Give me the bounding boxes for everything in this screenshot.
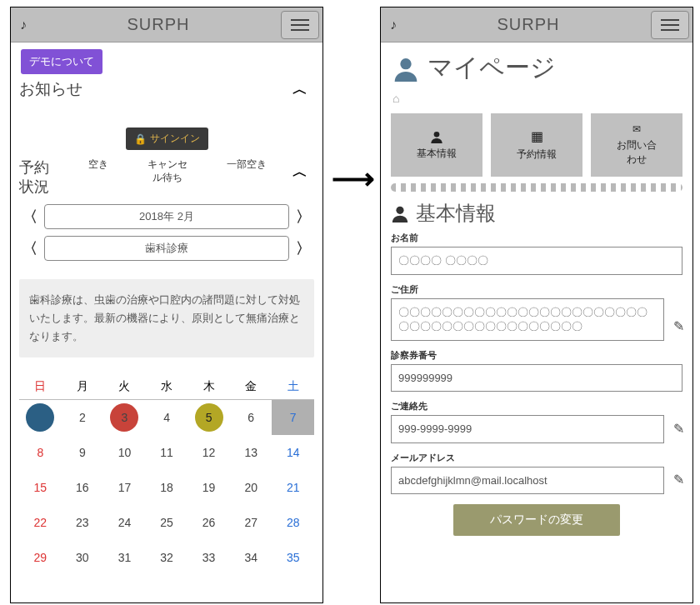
edit-contact-icon[interactable]: ✎ bbox=[673, 421, 684, 437]
weekday-label: 金 bbox=[230, 374, 272, 400]
calendar-day[interactable]: 15 bbox=[19, 470, 62, 505]
card-contact[interactable]: ✉ お問い合わせ bbox=[591, 113, 682, 177]
calendar-day[interactable]: 4 bbox=[146, 400, 188, 435]
calendar-day[interactable]: 33 bbox=[188, 540, 230, 575]
calendar-day[interactable]: 26 bbox=[188, 505, 230, 540]
dept-description: 歯科診療は、虫歯の治療や口腔内の諸問題に対して対処いたします。最新の機器により、… bbox=[19, 279, 314, 358]
header: ♪ SURPH bbox=[11, 8, 322, 42]
calendar-day[interactable]: 12 bbox=[188, 435, 230, 470]
calendar-day[interactable]: 27 bbox=[230, 505, 272, 540]
person-icon bbox=[392, 55, 419, 82]
calendar-day[interactable]: 20 bbox=[230, 470, 272, 505]
prev-dept-button[interactable]: 〈 bbox=[19, 238, 41, 258]
calendar-day[interactable]: 22 bbox=[19, 505, 62, 540]
calendar-day[interactable]: 25 bbox=[146, 505, 188, 540]
field-name: お名前 〇〇〇〇 〇〇〇〇 bbox=[391, 232, 682, 275]
month-selector[interactable]: 2018年 2月 bbox=[44, 204, 289, 229]
reservation-status-heading: 予約状況 bbox=[19, 158, 69, 198]
weekday-label: 火 bbox=[103, 374, 146, 400]
menu-button[interactable] bbox=[281, 11, 319, 39]
calendar-body: 2345678910111213141516171819202122232425… bbox=[19, 400, 314, 575]
calendar-day[interactable]: 30 bbox=[62, 540, 104, 575]
phone-left: ♪ SURPH デモについて お知らせ ︿ 🔒 サインイン 予約状況 空き キャ… bbox=[10, 7, 323, 603]
status-legend: 空き キャンセル待ち 一部空き bbox=[69, 158, 286, 184]
lock-icon: 🔒 bbox=[134, 133, 147, 145]
dept-selector[interactable]: 歯科診療 bbox=[44, 236, 289, 261]
calendar-day[interactable]: 31 bbox=[103, 540, 146, 575]
calendar-day[interactable]: 18 bbox=[146, 470, 188, 505]
calendar-day[interactable]: 19 bbox=[188, 470, 230, 505]
collapse-news-icon[interactable]: ︿ bbox=[286, 76, 314, 102]
card-reservation-info[interactable]: ▦ 予約情報 bbox=[491, 113, 582, 177]
name-input[interactable]: 〇〇〇〇 〇〇〇〇 bbox=[391, 247, 682, 275]
calendar-day[interactable]: 7 bbox=[272, 400, 314, 435]
brand-title: SURPH bbox=[406, 15, 651, 34]
calendar-day[interactable]: 2 bbox=[62, 400, 104, 435]
contact-input[interactable]: 999-9999-9999 bbox=[391, 415, 664, 443]
calendar-day[interactable]: 6 bbox=[230, 400, 272, 435]
calendar-day[interactable]: 17 bbox=[103, 470, 146, 505]
calendar-day[interactable]: 8 bbox=[19, 435, 62, 470]
signin-button[interactable]: 🔒 サインイン bbox=[126, 128, 208, 150]
weekday-label: 日 bbox=[19, 374, 62, 400]
calendar-day[interactable]: 13 bbox=[230, 435, 272, 470]
card-basic-info[interactable]: 基本情報 bbox=[391, 113, 482, 177]
weekday-label: 水 bbox=[146, 374, 188, 400]
calendar-day[interactable]: 3 bbox=[103, 400, 146, 435]
calendar-day[interactable]: 14 bbox=[272, 435, 314, 470]
page-title: マイページ bbox=[428, 51, 556, 85]
weekday-label: 月 bbox=[62, 374, 104, 400]
person-icon bbox=[430, 130, 443, 143]
weekday-label: 木 bbox=[188, 374, 230, 400]
collapse-status-icon[interactable]: ︿ bbox=[286, 158, 314, 185]
calendar-day[interactable]: 34 bbox=[230, 540, 272, 575]
calendar-day[interactable]: 24 bbox=[103, 505, 146, 540]
calendar-day[interactable]: 9 bbox=[62, 435, 104, 470]
arrow-icon: ⟶ bbox=[332, 162, 375, 197]
person-icon bbox=[391, 204, 409, 222]
music-note-icon: ♪ bbox=[11, 18, 36, 32]
field-email: メールアドレス abcdefghijklmn@mail.localhost ✎ bbox=[391, 452, 682, 495]
home-breadcrumb-icon[interactable]: ⌂ bbox=[381, 88, 692, 113]
signin-label: サインイン bbox=[150, 132, 200, 146]
calendar-day[interactable]: 5 bbox=[188, 400, 230, 435]
field-ticket: 診察券番号 999999999 bbox=[391, 349, 682, 392]
ticket-input[interactable]: 999999999 bbox=[391, 364, 682, 392]
calendar-day[interactable]: 32 bbox=[146, 540, 188, 575]
calendar-icon: ▦ bbox=[531, 128, 543, 144]
next-month-button[interactable]: 〉 bbox=[292, 207, 314, 227]
calendar-day[interactable]: 10 bbox=[103, 435, 146, 470]
svg-point-0 bbox=[400, 58, 411, 69]
card-pagination-dots bbox=[391, 183, 682, 192]
demo-button[interactable]: デモについて bbox=[21, 49, 102, 74]
phone-right: ♪ SURPH マイページ ⌂ 基本情報 ▦ 予約情報 ✉ お問い合わせ 基本情… bbox=[380, 7, 693, 603]
field-address: ご住所 〇〇〇〇〇〇〇〇〇〇〇〇〇〇〇〇〇〇〇〇〇〇〇〇〇〇〇〇〇〇〇〇〇〇〇〇… bbox=[391, 283, 682, 341]
calendar-day[interactable]: 29 bbox=[19, 540, 62, 575]
calendar-day[interactable]: 23 bbox=[62, 505, 104, 540]
calendar-day[interactable]: 21 bbox=[272, 470, 314, 505]
calendar-day[interactable]: 35 bbox=[272, 540, 314, 575]
edit-email-icon[interactable]: ✎ bbox=[673, 472, 684, 488]
menu-button[interactable] bbox=[651, 11, 689, 39]
svg-point-1 bbox=[434, 132, 440, 138]
news-heading: お知らせ bbox=[19, 78, 286, 100]
header: ♪ SURPH bbox=[381, 8, 692, 42]
section-title: 基本情報 bbox=[416, 200, 496, 227]
edit-address-icon[interactable]: ✎ bbox=[673, 318, 684, 334]
email-input[interactable]: abcdefghijklmn@mail.localhost bbox=[391, 467, 664, 495]
calendar-header: 日月火水木金土 bbox=[19, 374, 314, 400]
calendar-day[interactable] bbox=[19, 400, 62, 435]
calendar-day[interactable]: 11 bbox=[146, 435, 188, 470]
calendar-day[interactable]: 16 bbox=[62, 470, 104, 505]
svg-point-2 bbox=[396, 207, 403, 214]
address-input[interactable]: 〇〇〇〇〇〇〇〇〇〇〇〇〇〇〇〇〇〇〇〇〇〇〇〇〇〇〇〇〇〇〇〇〇〇〇〇〇〇〇〇 bbox=[391, 298, 664, 341]
change-password-button[interactable]: パスワードの変更 bbox=[453, 504, 620, 536]
field-contact: ご連絡先 999-9999-9999 ✎ bbox=[391, 400, 682, 443]
envelope-icon: ✉ bbox=[632, 123, 641, 135]
prev-month-button[interactable]: 〈 bbox=[19, 207, 41, 227]
calendar-day[interactable]: 28 bbox=[272, 505, 314, 540]
brand-title: SURPH bbox=[36, 15, 281, 34]
weekday-label: 土 bbox=[272, 374, 314, 400]
next-dept-button[interactable]: 〉 bbox=[292, 238, 314, 258]
music-note-icon: ♪ bbox=[381, 18, 406, 32]
